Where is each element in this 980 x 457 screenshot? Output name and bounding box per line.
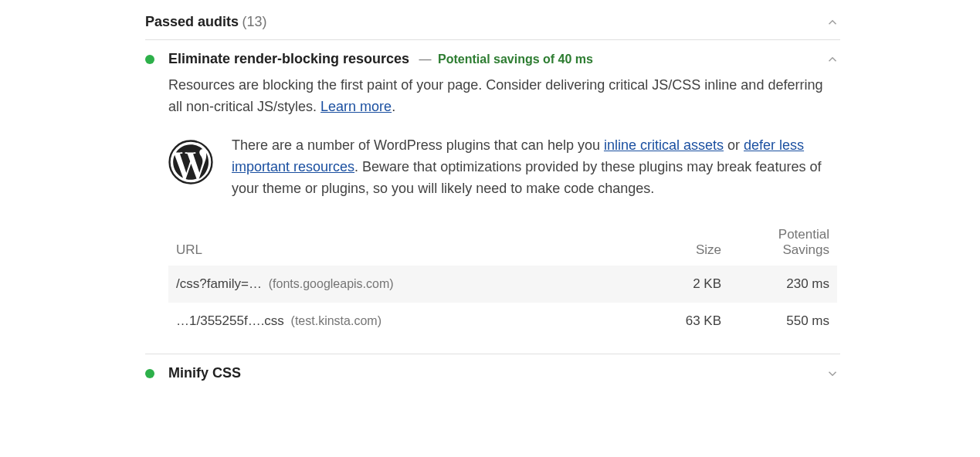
- stack-text-part2: or: [724, 137, 744, 153]
- status-dot-icon: [145, 55, 154, 64]
- resources-table: URL Size Potential Savings /css?family=……: [168, 219, 837, 340]
- passed-audits-toggle[interactable]: Passed audits (13): [145, 5, 840, 39]
- audit-eliminate-title: Eliminate render-blocking resources: [168, 51, 409, 66]
- audit-eliminate-savings: Potential savings of 40 ms: [438, 52, 593, 66]
- col-size: Size: [628, 219, 729, 266]
- stack-text-part1: There are a number of WordPress plugins …: [232, 137, 604, 153]
- resource-savings: 550 ms: [729, 303, 837, 340]
- resource-savings: 230 ms: [729, 266, 837, 303]
- status-dot-icon: [145, 369, 154, 378]
- learn-more-link[interactable]: Learn more: [320, 99, 392, 114]
- resource-size: 2 KB: [628, 266, 729, 303]
- audit-eliminate-toggle[interactable]: Eliminate render-blocking resources — Po…: [145, 40, 840, 75]
- col-savings: Potential Savings: [729, 219, 837, 266]
- wordpress-icon: [168, 140, 213, 184]
- audit-desc-text: Resources are blocking the first paint o…: [168, 77, 822, 114]
- inline-critical-assets-link[interactable]: inline critical assets: [604, 137, 724, 153]
- resource-path: /css?family=…: [176, 276, 262, 291]
- chevron-up-icon: [825, 15, 840, 30]
- audit-minify-title: Minify CSS: [168, 365, 241, 381]
- resource-host: (test.kinsta.com): [291, 314, 381, 327]
- table-row: /css?family=… (fonts.googleapis.com) 2 K…: [168, 266, 837, 303]
- audit-eliminate-body: Resources are blocking the first paint o…: [145, 75, 840, 340]
- table-row: …1/355255f….css (test.kinsta.com) 63 KB …: [168, 303, 837, 340]
- passed-audits-label: Passed audits: [145, 14, 239, 29]
- audit-desc-period: .: [392, 99, 395, 114]
- resource-host: (fonts.googleapis.com): [269, 277, 394, 290]
- passed-audits-count: (13): [242, 14, 267, 29]
- audit-savings-separator: —: [419, 52, 432, 66]
- audit-minify-toggle[interactable]: Minify CSS: [145, 354, 840, 389]
- chevron-up-icon: [825, 52, 840, 67]
- resource-path: …1/355255f….css: [176, 313, 284, 328]
- chevron-down-icon: [825, 366, 840, 381]
- resource-size: 63 KB: [628, 303, 729, 340]
- col-url: URL: [168, 219, 628, 266]
